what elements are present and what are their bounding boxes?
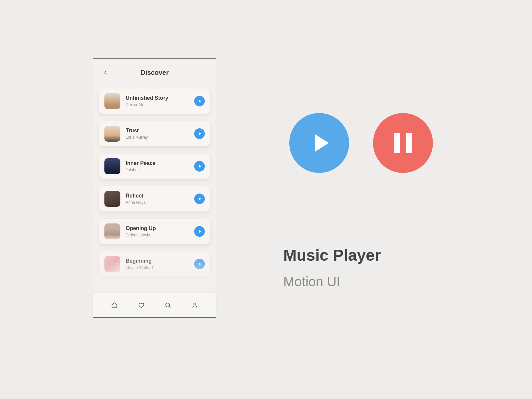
track-artist: Dexter Mills	[126, 102, 189, 107]
big-play-button[interactable]	[289, 113, 349, 173]
profile-icon	[191, 302, 199, 309]
album-art	[104, 93, 120, 109]
phone-header: Discover	[93, 59, 216, 84]
hero-text: Music Player Motion UI	[283, 246, 381, 289]
track-row[interactable]: Beginning Megan Wofford	[99, 251, 210, 277]
play-button[interactable]	[194, 259, 205, 269]
track-artist: Jalabert	[126, 168, 189, 172]
track-text: Opening Up Gideon Lewis	[126, 225, 189, 237]
play-button[interactable]	[194, 161, 205, 172]
play-button[interactable]	[194, 96, 205, 106]
bottom-nav	[93, 293, 216, 317]
track-artist: Gideon Lewis	[126, 233, 189, 237]
play-button[interactable]	[194, 226, 205, 237]
play-icon	[198, 99, 202, 103]
svg-point-1	[194, 303, 196, 305]
track-list[interactable]: Unfinished Story Dexter Mills Trust Lori…	[93, 84, 216, 293]
search-icon	[164, 302, 172, 309]
track-row[interactable]: Inner Peace Jalabert	[99, 154, 210, 179]
track-row[interactable]: Opening Up Gideon Lewis	[99, 219, 210, 244]
play-icon	[198, 229, 202, 233]
nav-favorites[interactable]	[135, 299, 147, 311]
phone-mock: Discover Unfinished Story Dexter Mills T…	[93, 58, 216, 318]
album-art	[104, 126, 120, 142]
play-icon	[198, 262, 202, 266]
track-title: Inner Peace	[126, 160, 189, 166]
play-icon	[198, 132, 202, 136]
track-text: Inner Peace Jalabert	[126, 160, 189, 172]
play-button[interactable]	[194, 128, 205, 139]
nav-search[interactable]	[162, 299, 174, 311]
album-art	[104, 191, 120, 207]
play-icon	[311, 131, 332, 155]
track-title: Opening Up	[126, 225, 189, 231]
pause-icon	[394, 133, 400, 153]
track-text: Trust Loris Murray	[126, 128, 189, 140]
track-artist: Megan Wofford	[126, 265, 189, 270]
track-artist: Anna Goya	[126, 200, 189, 205]
track-row[interactable]: Unfinished Story Dexter Mills	[99, 88, 210, 114]
hero-title: Music Player	[283, 246, 381, 264]
track-row[interactable]: Trust Loris Murray	[99, 121, 210, 146]
track-row[interactable]: Reflect Anna Goya	[99, 186, 210, 211]
nav-profile[interactable]	[189, 299, 201, 311]
page-title: Discover	[101, 69, 208, 76]
track-artist: Loris Murray	[126, 135, 189, 140]
track-text: Unfinished Story Dexter Mills	[126, 95, 189, 107]
svg-point-0	[166, 303, 170, 307]
track-title: Reflect	[126, 193, 189, 199]
play-icon	[198, 197, 202, 201]
home-icon	[111, 302, 118, 309]
play-button[interactable]	[194, 194, 205, 204]
nav-home[interactable]	[108, 299, 120, 311]
track-text: Beginning Megan Wofford	[126, 258, 189, 270]
track-title: Beginning	[126, 258, 189, 264]
big-pause-button[interactable]	[373, 113, 433, 173]
album-art	[104, 158, 120, 174]
track-title: Trust	[126, 128, 189, 134]
heart-icon	[138, 302, 145, 309]
album-art	[104, 223, 120, 239]
play-icon	[198, 164, 202, 168]
pause-icon	[406, 133, 412, 153]
hero-subtitle: Motion UI	[283, 274, 381, 289]
track-title: Unfinished Story	[126, 95, 189, 101]
album-art	[104, 256, 120, 272]
track-text: Reflect Anna Goya	[126, 193, 189, 205]
